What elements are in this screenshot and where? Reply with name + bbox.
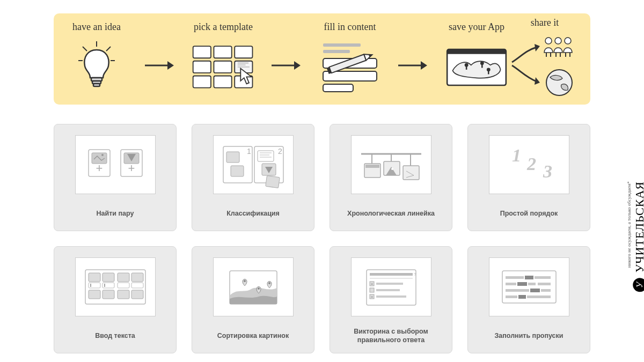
step-idea-label: have an idea [72, 21, 121, 34]
svg-line-4 [83, 47, 87, 51]
svg-rect-69 [89, 290, 100, 299]
template-title: Классификация [226, 205, 280, 222]
template-title: Хронологическая линейка [347, 205, 435, 222]
svg-point-40 [101, 154, 104, 156]
arrow-icon [397, 57, 429, 73]
template-card-classification[interactable]: 1 2 Классификация [192, 124, 314, 231]
svg-rect-58 [403, 166, 419, 180]
text-input-icon [75, 257, 156, 316]
svg-rect-108 [518, 295, 526, 299]
svg-rect-97 [535, 276, 551, 279]
template-card-timeline[interactable]: Хронологическая линейка [330, 124, 452, 231]
template-card-text-input[interactable]: Ввод текста [54, 246, 177, 353]
step-idea: have an idea [64, 21, 129, 95]
step-content-label: fill in content [324, 21, 376, 34]
svg-rect-104 [527, 295, 551, 298]
svg-rect-84 [370, 273, 413, 276]
step-template-label: pick a template [194, 21, 253, 34]
svg-rect-59 [365, 165, 379, 168]
svg-rect-76 [131, 283, 143, 288]
svg-rect-25 [447, 49, 506, 54]
svg-rect-18 [323, 50, 350, 53]
svg-rect-66 [103, 273, 114, 282]
template-title: Простой порядок [500, 205, 558, 222]
svg-text:?: ? [414, 272, 416, 277]
svg-rect-27 [466, 65, 467, 70]
classification-icon: 1 2 [213, 135, 294, 194]
svg-rect-71 [118, 290, 129, 299]
svg-rect-75 [118, 283, 129, 288]
svg-rect-96 [506, 276, 524, 279]
watermark-tagline: никого не осуждаем, а только обсуждаем* [626, 181, 632, 268]
svg-rect-99 [528, 283, 536, 285]
svg-rect-89 [376, 283, 403, 285]
svg-rect-49 [258, 151, 274, 161]
template-title: Найти пару [97, 205, 134, 222]
map-app-icon [444, 36, 509, 95]
share-arrows-icon [510, 35, 580, 100]
svg-text:×: × [370, 282, 373, 286]
svg-line-5 [106, 47, 111, 51]
svg-rect-17 [323, 43, 361, 47]
fill-blanks-icon [489, 257, 569, 316]
svg-rect-94 [376, 295, 406, 298]
svg-text:2: 2 [278, 147, 282, 156]
step-save-label: save your App [449, 21, 504, 34]
image-sort-icon [213, 257, 294, 316]
svg-rect-106 [517, 282, 527, 286]
svg-text:1: 1 [512, 145, 521, 165]
template-card-simple-order[interactable]: 1 2 3 Простой порядок [467, 124, 590, 231]
svg-rect-72 [131, 290, 143, 299]
svg-rect-100 [538, 283, 551, 285]
svg-point-33 [555, 38, 561, 44]
watermark-badge: У [633, 278, 644, 292]
template-title: Викторина с выбором правильного ответа [338, 327, 444, 345]
arrow-icon [144, 57, 176, 73]
svg-rect-67 [118, 273, 129, 282]
svg-rect-90 [370, 288, 374, 292]
svg-rect-70 [103, 290, 114, 299]
template-title: Заполнить пропуски [494, 327, 563, 344]
svg-text:+: + [128, 161, 135, 175]
svg-point-32 [545, 38, 552, 44]
svg-rect-21 [323, 84, 353, 92]
svg-rect-107 [530, 289, 540, 292]
svg-text:+: + [96, 161, 103, 175]
watermark: никого не осуждаем, а только обсуждаем* … [633, 181, 644, 292]
template-card-image-sort[interactable]: Сортировка картинок [192, 246, 314, 353]
step-share-label: share it [531, 17, 559, 30]
main-container: have an idea [0, 0, 644, 353]
svg-rect-102 [541, 289, 551, 292]
svg-rect-51 [265, 175, 280, 188]
svg-rect-68 [131, 273, 143, 282]
svg-point-60 [391, 168, 393, 170]
svg-point-82 [268, 282, 270, 284]
svg-text:3: 3 [543, 161, 552, 181]
svg-point-80 [244, 280, 246, 282]
svg-rect-9 [214, 46, 231, 58]
step-template: pick a template [191, 21, 255, 95]
template-title: Сортировка картинок [217, 327, 289, 344]
svg-rect-47 [226, 152, 239, 162]
svg-text:×: × [370, 294, 373, 299]
find-pair-icon: + + [75, 135, 156, 194]
svg-rect-14 [193, 76, 211, 87]
svg-rect-65 [89, 273, 100, 282]
svg-rect-31 [488, 70, 489, 75]
svg-point-34 [565, 38, 571, 44]
step-content: fill in content [318, 21, 382, 95]
steps-banner: have an idea [54, 13, 590, 105]
template-title: Ввод текста [95, 327, 135, 344]
svg-point-35 [546, 70, 572, 95]
svg-rect-103 [506, 295, 517, 298]
svg-rect-98 [506, 283, 516, 285]
template-card-quiz[interactable]: ? × × [330, 246, 452, 353]
template-card-fill-blanks[interactable]: Заполнить пропуски [467, 246, 590, 353]
step-share-column: share it [510, 17, 580, 100]
svg-point-81 [258, 287, 260, 290]
svg-rect-11 [193, 61, 211, 73]
svg-rect-15 [214, 76, 231, 87]
template-card-find-pair[interactable]: + + Найти пару [54, 124, 177, 231]
svg-rect-48 [231, 166, 244, 176]
quiz-icon: ? × × [351, 257, 431, 316]
